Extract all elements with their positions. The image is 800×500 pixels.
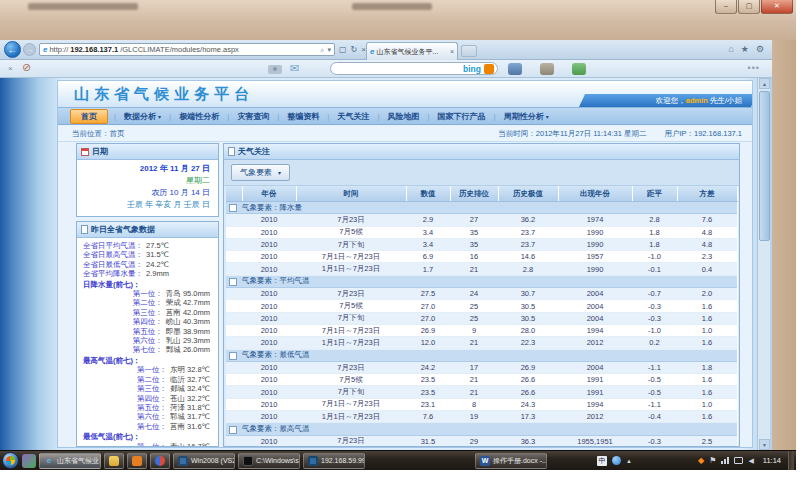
search-icon[interactable]: ⌕	[321, 44, 325, 56]
table-row[interactable]: 20107月23日24.21726.92004-1.11.8	[226, 361, 737, 373]
table-header-cell: 方差	[677, 186, 737, 202]
volume-icon[interactable]: ◀	[748, 457, 753, 465]
table-row[interactable]: 20107月5候3.43523.719901.84.8	[226, 226, 737, 238]
close-button[interactable]: ✕	[761, 0, 793, 14]
mail-icon[interactable]: ✉	[290, 62, 299, 75]
new-tab-button[interactable]	[461, 45, 477, 57]
nav-item-5[interactable]: 天气关注	[329, 111, 377, 122]
display-icon[interactable]	[734, 457, 743, 464]
minimize-button[interactable]: –	[715, 0, 737, 14]
table-row[interactable]: 20107月23日27.52430.72004-0.72.0	[226, 288, 737, 300]
taskbar-window-button-2[interactable]	[127, 453, 147, 469]
address-bar[interactable]: e http://192.168.137.1/GLCCLIMATE/module…	[39, 43, 335, 56]
nav-item-2[interactable]: 极端性分析	[171, 111, 227, 122]
scroll-up-icon[interactable]: ▲	[759, 78, 770, 89]
taskbar-window-button-5[interactable]: C:\Windows\s...	[238, 453, 300, 469]
group-expand-cell[interactable]	[226, 423, 242, 435]
show-desktop-button[interactable]	[788, 451, 794, 471]
toolbar-addon-icon[interactable]	[572, 63, 586, 75]
expand-box-icon[interactable]	[229, 352, 237, 360]
hidden-icons-arrow[interactable]: ▲	[626, 458, 632, 464]
close-toolbar-icon[interactable]: ×	[8, 64, 13, 73]
table-cell: 1994	[558, 324, 632, 336]
desktop-background: – ▢ ✕	[0, 0, 796, 40]
start-button[interactable]	[2, 452, 19, 469]
weekday: 星期二	[85, 175, 210, 186]
nav-item-3[interactable]: 灾害查询	[229, 111, 277, 122]
nav-item-0[interactable]: 首页	[70, 109, 108, 124]
expand-box-icon[interactable]	[229, 426, 237, 434]
browser-tab[interactable]: e 山东省气候业务平... ×	[366, 42, 458, 60]
table-row[interactable]: 20101月1日～7月23日12.02122.320120.21.6	[226, 337, 737, 349]
table-row[interactable]: 20107月23日2.92736.219742.87.6	[226, 214, 737, 226]
table-cell: 17	[450, 361, 498, 373]
table-cell: 27.0	[406, 312, 450, 324]
refresh-icon[interactable]: ↻	[351, 45, 358, 54]
nav-item-4[interactable]: 整编资料	[279, 111, 327, 122]
taskbar-clock[interactable]: 11:14	[759, 456, 785, 465]
table-row[interactable]: 20107月下旬27.02530.52004-0.31.6	[226, 312, 737, 324]
toolbar-addon-icon[interactable]	[540, 63, 554, 75]
ime-indicator[interactable]: 中	[597, 456, 607, 466]
maximize-button[interactable]: ▢	[738, 0, 760, 14]
toolbar-addon-icon[interactable]	[508, 63, 522, 75]
expand-box-icon[interactable]	[229, 204, 237, 212]
table-row[interactable]: 20107月下旬3.43523.719901.84.8	[226, 238, 737, 250]
word-icon: W	[480, 456, 490, 466]
table-row[interactable]: 20107月1日～7月23日6.91614.61957-1.02.3	[226, 251, 737, 263]
tab-close-icon[interactable]: ×	[450, 48, 454, 55]
scroll-down-icon[interactable]: ▼	[759, 439, 770, 450]
windows-flag-icon	[6, 456, 15, 465]
site-header: 山东省气候业务平台 欢迎您，admin 先生/小姐	[58, 81, 752, 108]
back-button[interactable]: ←	[4, 41, 21, 58]
pinned-app-icon[interactable]	[22, 454, 36, 468]
expand-box-icon[interactable]	[229, 278, 237, 286]
network-icon[interactable]	[721, 457, 729, 464]
favorites-star-icon[interactable]: ★	[741, 44, 749, 54]
compatibility-icon[interactable]: ▢	[339, 45, 347, 54]
rank-group-title: 日降水量(前七)：	[83, 280, 212, 289]
group-expand-cell[interactable]	[226, 202, 242, 214]
taskbar-window-button-3[interactable]	[150, 453, 170, 469]
scrollbar-thumb[interactable]	[759, 91, 770, 241]
snapshot-icon[interactable]	[268, 65, 282, 74]
table-row[interactable]: 20107月5候27.02530.52004-0.31.6	[226, 300, 737, 312]
table-row[interactable]: 20107月5候23.52126.61991-0.51.6	[226, 374, 737, 386]
table-group-row[interactable]: 气象要素：降水量	[226, 202, 737, 214]
blocker-icon[interactable]: ⊘	[22, 61, 31, 74]
element-filter-button[interactable]: 气象要素 ▾	[231, 164, 290, 181]
table-group-row[interactable]: 气象要素：平均气温	[226, 275, 737, 287]
taskbar-window-button-6[interactable]: 192.168.59.99...	[303, 453, 365, 469]
forward-button[interactable]: →	[23, 43, 36, 56]
tools-gear-icon[interactable]: ⚙	[756, 44, 764, 54]
chevron-down-icon[interactable]: ▾	[327, 44, 331, 56]
search-provider-icon[interactable]	[484, 64, 494, 74]
nav-item-6[interactable]: 风险地图	[379, 111, 427, 122]
home-icon[interactable]: ⌂	[728, 44, 733, 54]
taskbar-window-button-1[interactable]	[104, 453, 124, 469]
table-row[interactable]: 20107月下旬23.52126.61991-0.51.6	[226, 386, 737, 398]
group-expand-cell[interactable]	[226, 275, 242, 287]
taskbar-window-button-0[interactable]: e山东省气候业...	[39, 453, 101, 469]
table-group-row[interactable]: 气象要素：最高气温	[226, 423, 737, 435]
table-row[interactable]: 20107月1日～7月23日26.9928.01994-1.01.0	[226, 324, 737, 336]
update-icon[interactable]	[612, 456, 621, 465]
table-group-row[interactable]: 气象要素：最低气温	[226, 349, 737, 361]
nav-item-7[interactable]: 国家下行产品	[430, 111, 494, 122]
more-icon[interactable]: •••	[748, 63, 760, 73]
nav-item-1[interactable]: 数据分析▾	[116, 111, 169, 122]
table-row[interactable]: 20101月1日～7月23日1.7212.81990-0.10.4	[226, 263, 737, 275]
table-row[interactable]: 20107月23日31.52936.31955,1951-0.32.5	[226, 435, 737, 447]
group-expand-cell[interactable]	[226, 349, 242, 361]
taskbar-window-button-7[interactable]: W操作手册.docx -...	[475, 453, 547, 469]
table-row[interactable]: 20107月1日～7月23日23.1824.31994-1.11.0	[226, 398, 737, 410]
action-center-flag-icon[interactable]: ⚑	[709, 456, 716, 465]
toolbar-search-input[interactable]: bing	[330, 62, 498, 75]
flame-app-icon[interactable]: ◆	[698, 456, 704, 465]
table-cell: -1.1	[632, 361, 677, 373]
table-header: 年份时间数值历史排位历史极值出现年份距平方差	[226, 186, 737, 202]
vertical-scrollbar[interactable]: ▲ ▼	[757, 78, 770, 450]
taskbar-window-button-4[interactable]: Win2008 (VS2...	[173, 453, 235, 469]
nav-item-8[interactable]: 周期性分析▾	[496, 111, 557, 122]
table-row[interactable]: 20101月1日～7月23日7.61917.32012-0.41.6	[226, 411, 737, 423]
